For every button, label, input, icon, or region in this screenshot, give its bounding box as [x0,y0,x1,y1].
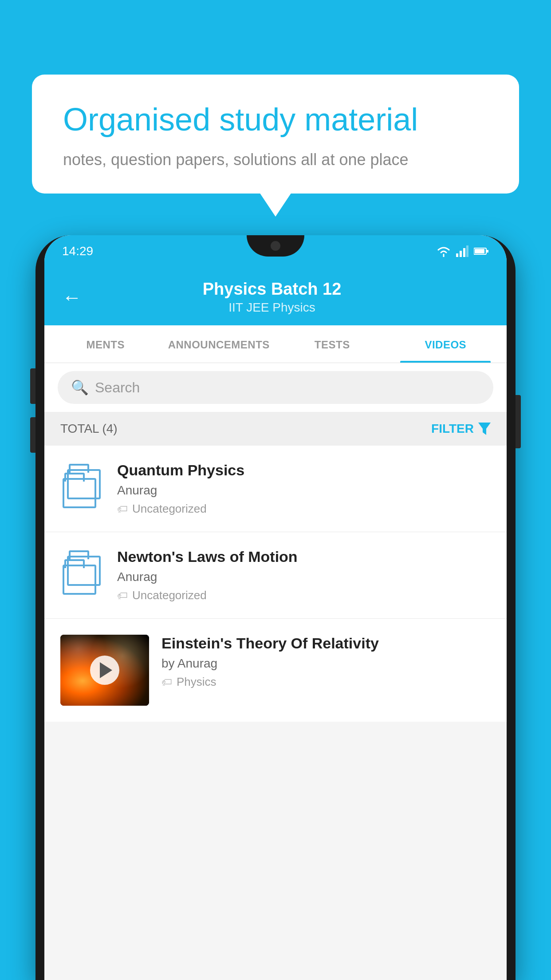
tag-icon: 🏷 [117,503,128,515]
tab-tests[interactable]: TESTS [276,325,389,363]
power-button[interactable] [516,395,521,448]
search-icon: 🔍 [71,379,89,396]
play-button[interactable] [90,656,119,685]
video-title: Einstein's Theory Of Relativity [161,635,491,652]
filter-icon [478,423,491,435]
filter-label: FILTER [431,422,474,436]
back-button[interactable]: ← [62,286,82,308]
search-input[interactable]: Search [95,379,140,396]
search-container: 🔍 Search [44,363,507,412]
svg-marker-7 [478,423,491,435]
svg-rect-3 [466,245,468,257]
tab-announcements[interactable]: ANNOUNCEMENTS [162,325,276,363]
tag-icon: 🏷 [161,676,172,688]
speech-bubble: Organised study material notes, question… [32,75,519,194]
phone-frame: 14:29 [35,235,516,980]
search-box[interactable]: 🔍 Search [58,371,493,404]
wifi-icon [437,245,451,257]
speech-bubble-subtitle: notes, question papers, solutions all at… [63,150,488,169]
svg-rect-2 [463,248,465,257]
video-info-2: Newton's Laws of Motion Anurag 🏷 Uncateg… [117,548,491,602]
filter-button[interactable]: FILTER [431,422,491,436]
video-tag: 🏷 Uncategorized [117,502,491,516]
battery-icon [474,247,489,256]
batch-subtitle: IIT JEE Physics [91,300,453,315]
batch-title: Physics Batch 12 [91,280,453,299]
svg-rect-6 [475,249,484,253]
speech-bubble-title: Organised study material [63,101,488,138]
total-count-label: TOTAL (4) [60,422,118,436]
folder-front [63,565,96,595]
video-folder-icon-2 [60,553,105,597]
status-icons [437,245,489,257]
video-title: Quantum Physics [117,462,491,479]
phone-notch [247,235,304,257]
svg-rect-0 [456,253,458,257]
video-folder-icon-1 [60,466,105,511]
folder-front [63,478,96,508]
list-item[interactable]: Einstein's Theory Of Relativity by Anura… [44,619,507,722]
status-time: 14:29 [62,244,93,258]
video-info-3: Einstein's Theory Of Relativity by Anura… [161,635,491,689]
svg-rect-5 [487,250,488,253]
video-author: Anurag [117,483,491,498]
svg-rect-1 [460,251,462,257]
tag-label: Uncategorized [132,502,207,516]
tab-ments[interactable]: MENTS [49,325,162,363]
front-camera [271,241,280,251]
volume-down-button[interactable] [30,417,35,453]
tag-icon: 🏷 [117,589,128,602]
tag-label: Uncategorized [132,589,207,602]
tabs-bar: MENTS ANNOUNCEMENTS TESTS VIDEOS [44,325,507,363]
tab-videos[interactable]: VIDEOS [389,325,503,363]
app-header: ← Physics Batch 12 IIT JEE Physics [44,267,507,325]
video-title: Newton's Laws of Motion [117,548,491,565]
status-bar: 14:29 [44,235,507,267]
video-author: by Anurag [161,656,491,671]
video-tag: 🏷 Physics [161,675,491,689]
play-triangle-icon [100,662,112,678]
tag-label: Physics [177,675,216,689]
header-title-block: Physics Batch 12 IIT JEE Physics [91,280,453,315]
volume-up-button[interactable] [30,368,35,404]
video-list: Quantum Physics Anurag 🏷 Uncategorized [44,446,507,722]
list-item[interactable]: Quantum Physics Anurag 🏷 Uncategorized [44,446,507,532]
signal-icon [456,245,468,257]
filter-bar: TOTAL (4) FILTER [44,412,507,446]
video-thumbnail [60,635,149,706]
phone-screen: 14:29 [44,235,507,980]
video-author: Anurag [117,570,491,584]
video-info-1: Quantum Physics Anurag 🏷 Uncategorized [117,462,491,516]
video-tag: 🏷 Uncategorized [117,589,491,602]
list-item[interactable]: Newton's Laws of Motion Anurag 🏷 Uncateg… [44,532,507,619]
